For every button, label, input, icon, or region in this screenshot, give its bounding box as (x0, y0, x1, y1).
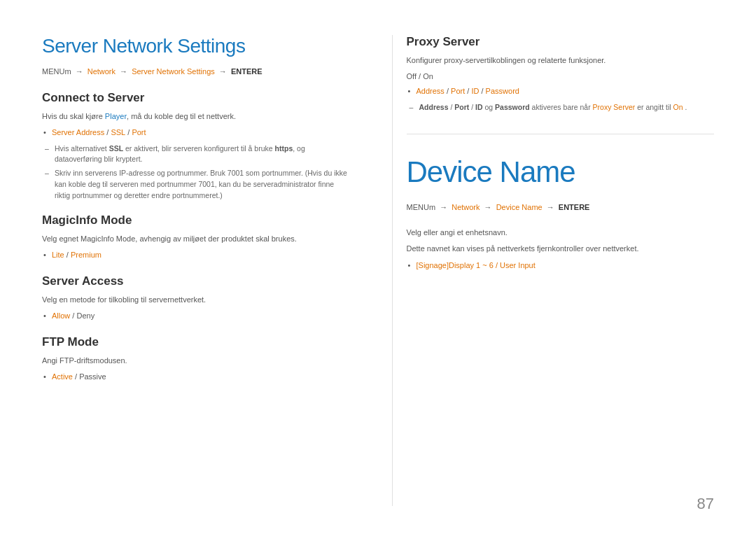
premium-link: Premium (71, 251, 102, 259)
signage-display-link: [Signage]Display 1 ~ 6 / User Input (416, 261, 536, 269)
player-highlight: Player (105, 112, 127, 120)
proxy-server-section: Proxy Server Konfigurer proxy-servertilk… (407, 35, 715, 113)
ssl-link: SSL (111, 128, 125, 136)
proxy-bullet-1: Address / Port / ID / Password (416, 85, 715, 98)
ssl-bold: SSL (109, 144, 123, 153)
dn-network: Network (451, 203, 479, 211)
magicinfo-bullet-1: Lite / Premium (52, 249, 350, 262)
device-name-section: Device Name MENUm → Network → Device Nam… (407, 134, 715, 272)
breadcrumb-entere: ENTERE (231, 67, 262, 76)
dn-arrow1: → (440, 203, 449, 211)
server-access-title: Server Access (42, 274, 350, 288)
port-link: Port (132, 128, 146, 136)
device-name-body2: Dette navnet kan vises på nettverkets fj… (407, 243, 715, 255)
proxy-port: Port (451, 87, 465, 95)
breadcrumb-device-name: MENUm → Network → Device Name → ENTERE (407, 203, 715, 211)
magicinfo-section: MagicInfo Mode Velg egnet MagicInfo Mode… (42, 213, 350, 262)
breadcrumb-network: Network (88, 67, 115, 76)
right-column: Proxy Server Konfigurer proxy-servertilk… (392, 35, 715, 506)
arrow3: → (219, 67, 229, 76)
ftp-mode-section: FTP Mode Angi FTP-driftsmodusen. Active … (42, 335, 350, 384)
arrow2: → (120, 67, 130, 76)
d-period: . (685, 103, 687, 111)
main-title: Server Network Settings (42, 35, 350, 57)
server-access-bullet-list: Allow / Deny (42, 310, 350, 323)
proxy-password: Password (486, 87, 519, 95)
server-access-bullet-1: Allow / Deny (52, 310, 350, 323)
magicinfo-bullet-list: Lite / Premium (42, 249, 350, 262)
passive-text: Passive (79, 372, 106, 381)
dash-port: Port (454, 103, 469, 111)
connect-to-server-title: Connect to Server (42, 91, 350, 105)
dn-menu: MENUm (407, 203, 436, 211)
proxy-off: Off (407, 72, 416, 80)
breadcrumb-menu: MENUm (42, 67, 71, 76)
dash-address: Address (419, 103, 449, 111)
proxy-status: Off / On (407, 71, 715, 83)
server-access-section: Server Access Velg en metode for tilkobl… (42, 274, 350, 323)
dash-id: ID (475, 103, 483, 111)
https-bold: https (275, 144, 293, 153)
proxy-dash1: Address / Port / ID og Password aktivere… (407, 102, 715, 113)
connect-to-server-section: Connect to Server Hvis du skal kjøre Pla… (42, 91, 350, 201)
connect-dash1: Hvis alternativet SSL er aktivert, blir … (42, 143, 350, 166)
d-text: aktiveres bare når (532, 103, 593, 111)
device-name-body1: Velg eller angi et enhetsnavn. (407, 227, 715, 239)
proxy-id: ID (471, 87, 479, 95)
d-mid: og (484, 103, 495, 111)
arrow1: → (76, 67, 85, 76)
magicinfo-body1: Velg egnet MagicInfo Mode, avhengig av m… (42, 233, 350, 245)
lite-link: Lite (52, 251, 64, 259)
page-number: 87 (697, 495, 714, 513)
dash-password: Password (495, 103, 530, 111)
dn-entere: ENTERE (559, 203, 590, 211)
ftp-bullet-1: Active / Passive (52, 371, 350, 384)
dn-device-name-link: Device Name (496, 203, 542, 211)
device-name-bullet-1: [Signage]Display 1 ~ 6 / User Input (416, 260, 715, 272)
device-name-bullet-list: [Signage]Display 1 ~ 6 / User Input (407, 260, 715, 272)
connect-bullet-list: Server Address / SSL / Port (42, 127, 350, 139)
proxy-bullet-list: Address / Port / ID / Password (407, 85, 715, 98)
magicinfo-link: MagicInfo Mode (80, 234, 135, 243)
deny-text: Deny (76, 311, 94, 320)
left-column: Server Network Settings MENUm → Network … (42, 35, 364, 506)
device-name-title: Device Name (407, 155, 715, 189)
server-access-body1: Velg en metode for tilkobling til server… (42, 294, 350, 306)
dn-arrow3: → (547, 203, 556, 211)
active-link: Active (52, 372, 73, 381)
ftp-mode-body1: Angi FTP-driftsmodusen. (42, 355, 350, 367)
connect-body1: Hvis du skal kjøre Player, må du koble d… (42, 111, 350, 122)
ftp-bullet-list: Active / Passive (42, 371, 350, 384)
breadcrumb-server-network-link: Server Network Settings (132, 67, 215, 76)
dash-on: On (673, 103, 683, 111)
connect-bullet-1: Server Address / SSL / Port (52, 127, 350, 139)
proxy-server-title: Proxy Server (407, 35, 715, 49)
dash-proxy-server: Proxy Server (593, 103, 636, 111)
proxy-address: Address (416, 87, 444, 95)
content-columns: Server Network Settings MENUm → Network … (42, 35, 714, 506)
allow-link: Allow (52, 311, 70, 320)
d-end: er angitt til (637, 103, 673, 111)
dn-arrow2: → (484, 203, 494, 211)
breadcrumb-server-network: MENUm → Network → Server Network Setting… (42, 67, 350, 76)
ftp-mode-title: FTP Mode (42, 335, 350, 349)
proxy-on: On (423, 72, 433, 80)
connect-dash2: Skriv inn serverens IP-adresse og portnu… (42, 168, 350, 201)
proxy-body1: Konfigurer proxy-servertilkoblingen og r… (407, 55, 715, 66)
server-address-link: Server Address (52, 128, 104, 136)
magicinfo-title: MagicInfo Mode (42, 213, 350, 227)
page: Server Network Settings MENUm → Network … (0, 0, 756, 534)
